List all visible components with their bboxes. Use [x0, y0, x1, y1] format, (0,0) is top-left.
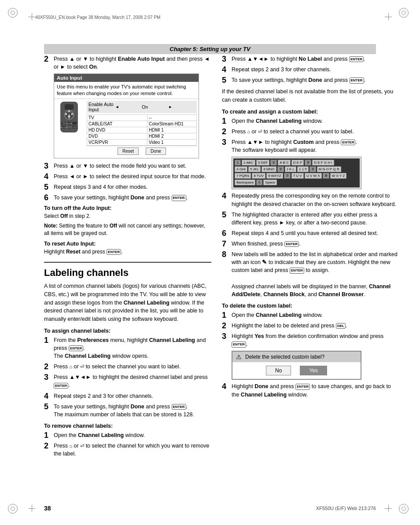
remove-heading: To remove channel labels: — [44, 423, 211, 429]
turn-off-text: Select Off in step 2. — [44, 213, 211, 220]
crosshair-tr — [384, 12, 393, 21]
table-cell: DVD — [87, 133, 147, 139]
enter-icon-s1: ENTER — [69, 345, 83, 351]
enter-icon-s5: ENTER — [172, 404, 186, 410]
main-content: 2 Press ▲ or ▼ to highlight Enable Auto … — [44, 55, 398, 494]
step-5-num: 5 — [44, 183, 50, 191]
enter-icon-r3: ENTER — [349, 56, 364, 62]
custom-step-5-num: 5 — [222, 211, 228, 219]
assign-step-5: 5 To save your settings, highlight Done … — [44, 403, 211, 419]
table-cell: TV — [87, 114, 147, 121]
svg-text:HD DVD: HD DVD — [60, 126, 67, 128]
remove-step-1: 1 Open the Channel Labeling window. — [44, 431, 211, 439]
done-button[interactable]: Done — [146, 147, 166, 155]
enter-icon-d3: ENTER — [232, 341, 246, 347]
delete-step-3-content: Highlight Yes from the deletion confirma… — [232, 332, 398, 348]
turn-off-heading: To turn off the Auto Input: — [44, 205, 211, 211]
svg-text:TV: TV — [63, 122, 66, 125]
custom-step-8: 8 New labels will be added to the list i… — [222, 250, 398, 298]
delete-step-2-num: 2 — [222, 322, 228, 330]
step-6-left: 6 To save your settings, highlight Done … — [44, 194, 211, 202]
page-number: 38 — [44, 505, 51, 512]
custom-step-6: 6 Repeat steps 4 and 5 until you have en… — [222, 229, 398, 237]
remove-step-2-num: 2 — [44, 442, 50, 450]
kb-key: 0 — [256, 180, 262, 185]
arrow-right-icon: ► — [169, 105, 195, 109]
table-row: TV-- — [87, 114, 197, 121]
remote-graphic: ▲ ▲ ◄ ► ▼ TV CBL/SAT — [54, 99, 85, 158]
input-table: TV-- CABLE/SATColorStream HD1 HD DVDHDMI… — [87, 114, 197, 146]
delete-confirm-buttons: No Yes — [232, 362, 361, 379]
confirm-no-button[interactable]: No — [266, 366, 291, 375]
delete-confirm-header: ⚠ Delete the selected custom label? — [232, 352, 361, 362]
info-text: If the desired channel label is not avai… — [222, 88, 398, 104]
step-6-num: 6 — [44, 194, 50, 202]
enter-icon-r5: ENTER — [350, 77, 364, 83]
delete-confirm-text: Delete the selected custom label? — [245, 354, 324, 360]
enter-icon-c7: ENTER — [284, 241, 299, 247]
table-cell: VCR/PVR — [87, 139, 147, 145]
custom-step-5-content: The highlighted character is entered aft… — [232, 211, 398, 227]
right-step-3: 3 Press ▲▼◄► to highlight No Label and p… — [222, 55, 398, 63]
table-row: CABLE/SATColorStream HD1 — [87, 121, 197, 127]
kb-key: 1 1 5 — [297, 166, 309, 172]
kb-key: 8 TUV — [252, 173, 265, 179]
delete-heading: To delete the custom label: — [222, 303, 398, 309]
reset-text: Highlight Reset and press ENTER. — [44, 248, 211, 256]
kb-key: 4 GHI — [235, 166, 247, 172]
right-step-5-num: 5 — [222, 76, 228, 84]
right-step-5: 5 To save your settings, highlight Done … — [222, 76, 398, 84]
table-cell: Video 1 — [147, 139, 196, 145]
delete-step-1: 1 Open the Channel Labeling window. — [222, 311, 398, 319]
table-row: VCR/PVRVideo 1 — [87, 139, 197, 145]
table-cell: HD DVD — [87, 127, 147, 133]
section-body: A list of common channel labels (logos) … — [44, 282, 211, 323]
enter-icon-c8: ENTER — [290, 268, 304, 273]
confirm-yes-button[interactable]: Yes — [300, 366, 327, 375]
assign-step-1-content: From the Preferences menu, highlight Cha… — [54, 336, 211, 360]
remote-svg: ▲ ▲ ◄ ► ▼ TV CBL/SAT — [56, 101, 82, 145]
left-column: 2 Press ▲ or ▼ to highlight Enable Auto … — [44, 55, 211, 494]
delete-step-4: 4 Highlight Done and press ENTER to save… — [222, 382, 398, 398]
enter-icon-d4: ENTER — [295, 384, 310, 389]
arrow-left-icon: ◄ — [115, 105, 141, 109]
corner-mark-br — [399, 504, 412, 517]
keyboard-box: 1 2 ABC 3 DEF ② A B C D E F ③ D E F G H … — [232, 157, 361, 189]
delete-step-2-content: Highlight the label to be deleted and pr… — [232, 322, 398, 330]
custom-step-3-num: 3 — [222, 138, 228, 146]
kb-key-num2: ⑤ — [309, 166, 316, 172]
kb-row-4: Backspace 0 Space — [235, 180, 358, 185]
kb-key: 6 MNO — [262, 166, 276, 172]
assign-step-5-num: 5 — [44, 403, 50, 411]
kb-key: U V W X — [305, 173, 322, 179]
corner-mark-bl — [8, 504, 21, 517]
auto-input-box: Auto Input Use this menu to enable your … — [54, 73, 199, 158]
reset-heading: To reset Auto Input: — [44, 241, 211, 247]
delete-step-3: 3 Highlight Yes from the deletion confir… — [222, 332, 398, 348]
kb-key-num: ② — [270, 160, 277, 165]
right-step-3-content: Press ▲▼◄► to highlight No Label and pre… — [232, 55, 398, 63]
delete-step-4-content: Highlight Done and press ENTER to save c… — [232, 382, 398, 398]
kb-row-2: 4 GHI 5 JKL 6 MNO ④ J K L 1 1 5 ⑤ M N O … — [235, 166, 358, 172]
custom-step-5: 5 The highlighted character is entered a… — [222, 211, 398, 227]
step-4-left: 4 Press ◄ or ► to select the desired inp… — [44, 173, 211, 180]
crosshair-br — [384, 504, 393, 513]
kb-key: 1 — [235, 160, 241, 165]
enter-icon-c3: ENTER — [341, 140, 355, 145]
custom-step-2: 2 Press ⌂ or ⏎ to select a channel you w… — [222, 128, 398, 136]
svg-text:VCR: VCR — [73, 126, 77, 128]
custom-step-1-content: Open the Channel Labeling window. — [232, 117, 398, 125]
custom-step-1-num: 1 — [222, 117, 228, 125]
crosshair-tl — [27, 12, 36, 21]
kb-key: A B C — [278, 160, 290, 165]
kb-key: 7 PQRS — [235, 173, 251, 179]
assign-step-3-num: 3 — [44, 373, 50, 381]
step-2-num: 2 — [44, 55, 50, 63]
assign-step-1: 1 From the Preferences menu, highlight C… — [44, 336, 211, 360]
kb-key: D E F G H I — [312, 160, 334, 165]
reset-button[interactable]: Reset — [118, 147, 139, 155]
delete-confirm-box: ⚠ Delete the selected custom label? No Y… — [232, 351, 361, 380]
chapter-header: Chapter 5: Setting up your TV — [44, 44, 376, 54]
svg-text:DVD: DVD — [67, 126, 72, 128]
kb-key: D E F — [291, 160, 304, 165]
